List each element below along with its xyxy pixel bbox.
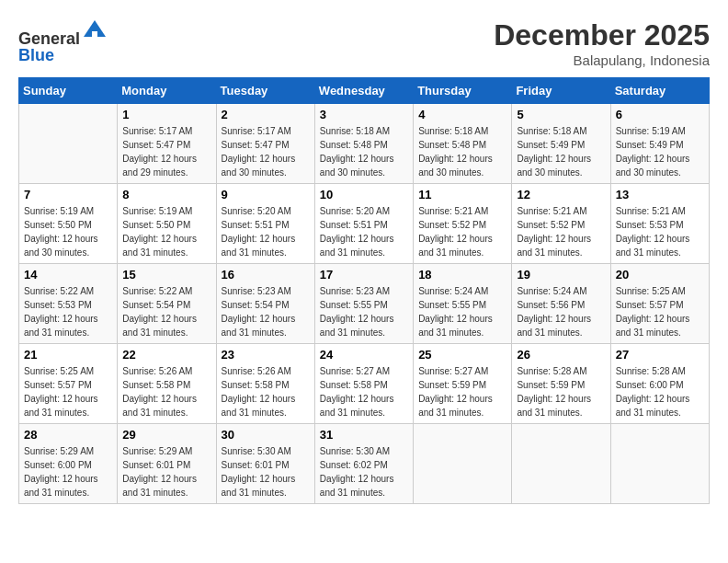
day-info: Sunrise: 5:18 AMSunset: 5:49 PMDaylight:… bbox=[517, 124, 605, 179]
day-info: Sunrise: 5:30 AMSunset: 6:02 PMDaylight:… bbox=[320, 444, 408, 500]
svg-rect-1 bbox=[92, 31, 97, 39]
day-info: Sunrise: 5:27 AMSunset: 5:59 PMDaylight:… bbox=[418, 364, 506, 419]
col-header-monday: Monday bbox=[118, 78, 216, 104]
day-info: Sunrise: 5:26 AMSunset: 5:58 PMDaylight:… bbox=[122, 364, 210, 419]
day-info: Sunrise: 5:30 AMSunset: 6:01 PMDaylight:… bbox=[222, 444, 310, 500]
calendar-week-5: 28Sunrise: 5:29 AMSunset: 6:00 PMDayligh… bbox=[19, 424, 710, 504]
calendar-cell: 27Sunrise: 5:28 AMSunset: 6:00 PMDayligh… bbox=[610, 344, 709, 424]
day-number: 28 bbox=[24, 428, 112, 442]
calendar-cell: 9Sunrise: 5:20 AMSunset: 5:51 PMDaylight… bbox=[216, 184, 314, 264]
month-title: December 2025 bbox=[494, 18, 710, 52]
day-number: 29 bbox=[122, 428, 210, 442]
calendar-cell: 20Sunrise: 5:25 AMSunset: 5:57 PMDayligh… bbox=[610, 264, 709, 344]
day-info: Sunrise: 5:28 AMSunset: 5:59 PMDaylight:… bbox=[517, 364, 605, 419]
day-number: 7 bbox=[24, 188, 112, 201]
day-info: Sunrise: 5:21 AMSunset: 5:52 PMDaylight:… bbox=[418, 204, 506, 259]
calendar-cell: 8Sunrise: 5:19 AMSunset: 5:50 PMDaylight… bbox=[118, 184, 216, 264]
day-info: Sunrise: 5:24 AMSunset: 5:56 PMDaylight:… bbox=[517, 284, 605, 339]
day-info: Sunrise: 5:22 AMSunset: 5:53 PMDaylight:… bbox=[24, 284, 112, 339]
day-number: 1 bbox=[122, 108, 210, 121]
day-number: 12 bbox=[517, 188, 605, 201]
calendar-cell: 17Sunrise: 5:23 AMSunset: 5:55 PMDayligh… bbox=[314, 264, 413, 344]
calendar-cell: 10Sunrise: 5:20 AMSunset: 5:51 PMDayligh… bbox=[314, 184, 413, 264]
calendar-cell: 22Sunrise: 5:26 AMSunset: 5:58 PMDayligh… bbox=[118, 344, 216, 424]
calendar-cell bbox=[414, 424, 512, 504]
day-info: Sunrise: 5:29 AMSunset: 6:00 PMDaylight:… bbox=[24, 444, 112, 500]
day-info: Sunrise: 5:23 AMSunset: 5:54 PMDaylight:… bbox=[222, 284, 310, 339]
col-header-saturday: Saturday bbox=[610, 78, 709, 104]
calendar-week-4: 21Sunrise: 5:25 AMSunset: 5:57 PMDayligh… bbox=[19, 344, 710, 424]
calendar-cell: 12Sunrise: 5:21 AMSunset: 5:52 PMDayligh… bbox=[512, 184, 610, 264]
calendar-cell: 7Sunrise: 5:19 AMSunset: 5:50 PMDaylight… bbox=[19, 184, 118, 264]
day-number: 6 bbox=[616, 108, 704, 121]
calendar-cell bbox=[19, 104, 118, 184]
calendar-table: SundayMondayTuesdayWednesdayThursdayFrid… bbox=[18, 77, 710, 504]
calendar-cell: 24Sunrise: 5:27 AMSunset: 5:58 PMDayligh… bbox=[314, 344, 413, 424]
day-number: 24 bbox=[320, 348, 408, 362]
day-number: 11 bbox=[418, 188, 506, 201]
col-header-sunday: Sunday bbox=[19, 78, 118, 104]
calendar-cell: 30Sunrise: 5:30 AMSunset: 6:01 PMDayligh… bbox=[216, 424, 314, 504]
day-info: Sunrise: 5:21 AMSunset: 5:52 PMDaylight:… bbox=[517, 204, 605, 259]
day-info: Sunrise: 5:22 AMSunset: 5:54 PMDaylight:… bbox=[122, 284, 210, 339]
day-info: Sunrise: 5:28 AMSunset: 6:00 PMDaylight:… bbox=[616, 364, 704, 419]
day-number: 2 bbox=[222, 108, 310, 121]
col-header-wednesday: Wednesday bbox=[314, 78, 413, 104]
logo-icon bbox=[82, 18, 108, 44]
day-info: Sunrise: 5:18 AMSunset: 5:48 PMDaylight:… bbox=[418, 124, 506, 179]
calendar-cell: 4Sunrise: 5:18 AMSunset: 5:48 PMDaylight… bbox=[414, 104, 512, 184]
day-info: Sunrise: 5:17 AMSunset: 5:47 PMDaylight:… bbox=[222, 124, 310, 179]
calendar-cell: 15Sunrise: 5:22 AMSunset: 5:54 PMDayligh… bbox=[118, 264, 216, 344]
calendar-cell bbox=[512, 424, 610, 504]
day-number: 20 bbox=[616, 268, 704, 282]
day-number: 5 bbox=[517, 108, 605, 121]
calendar-cell: 5Sunrise: 5:18 AMSunset: 5:49 PMDaylight… bbox=[512, 104, 610, 184]
day-number: 23 bbox=[222, 348, 310, 362]
day-number: 26 bbox=[517, 348, 605, 362]
day-number: 4 bbox=[418, 108, 506, 121]
calendar-cell: 16Sunrise: 5:23 AMSunset: 5:54 PMDayligh… bbox=[216, 264, 314, 344]
col-header-friday: Friday bbox=[512, 78, 610, 104]
calendar-week-3: 14Sunrise: 5:22 AMSunset: 5:53 PMDayligh… bbox=[19, 264, 710, 344]
day-number: 15 bbox=[122, 268, 210, 282]
calendar-cell: 23Sunrise: 5:26 AMSunset: 5:58 PMDayligh… bbox=[216, 344, 314, 424]
calendar-cell: 25Sunrise: 5:27 AMSunset: 5:59 PMDayligh… bbox=[414, 344, 512, 424]
calendar-cell: 11Sunrise: 5:21 AMSunset: 5:52 PMDayligh… bbox=[414, 184, 512, 264]
day-number: 9 bbox=[222, 188, 310, 201]
calendar-cell: 13Sunrise: 5:21 AMSunset: 5:53 PMDayligh… bbox=[610, 184, 709, 264]
logo-blue: Blue bbox=[18, 46, 54, 64]
day-number: 8 bbox=[122, 188, 210, 201]
calendar-cell: 14Sunrise: 5:22 AMSunset: 5:53 PMDayligh… bbox=[19, 264, 118, 344]
day-info: Sunrise: 5:19 AMSunset: 5:49 PMDaylight:… bbox=[616, 124, 704, 179]
calendar-cell: 19Sunrise: 5:24 AMSunset: 5:56 PMDayligh… bbox=[512, 264, 610, 344]
day-number: 21 bbox=[24, 348, 112, 362]
day-number: 19 bbox=[517, 268, 605, 282]
day-number: 10 bbox=[320, 188, 408, 201]
day-info: Sunrise: 5:23 AMSunset: 5:55 PMDaylight:… bbox=[320, 284, 408, 339]
day-info: Sunrise: 5:25 AMSunset: 5:57 PMDaylight:… bbox=[616, 284, 704, 339]
calendar-cell: 6Sunrise: 5:19 AMSunset: 5:49 PMDaylight… bbox=[610, 104, 709, 184]
location: Balapulang, Indonesia bbox=[494, 52, 710, 68]
day-number: 18 bbox=[418, 268, 506, 282]
day-number: 17 bbox=[320, 268, 408, 282]
day-number: 31 bbox=[320, 428, 408, 442]
col-header-tuesday: Tuesday bbox=[216, 78, 314, 104]
calendar-cell bbox=[610, 424, 709, 504]
day-info: Sunrise: 5:18 AMSunset: 5:48 PMDaylight:… bbox=[320, 124, 408, 179]
day-info: Sunrise: 5:29 AMSunset: 6:01 PMDaylight:… bbox=[122, 444, 210, 500]
calendar-week-2: 7Sunrise: 5:19 AMSunset: 5:50 PMDaylight… bbox=[19, 184, 710, 264]
title-block: December 2025 Balapulang, Indonesia bbox=[494, 18, 710, 68]
calendar-cell: 1Sunrise: 5:17 AMSunset: 5:47 PMDaylight… bbox=[118, 104, 216, 184]
day-number: 22 bbox=[122, 348, 210, 362]
day-number: 30 bbox=[222, 428, 310, 442]
day-number: 14 bbox=[24, 268, 112, 282]
calendar-week-1: 1Sunrise: 5:17 AMSunset: 5:47 PMDaylight… bbox=[19, 104, 710, 184]
calendar-cell: 21Sunrise: 5:25 AMSunset: 5:57 PMDayligh… bbox=[19, 344, 118, 424]
calendar-cell: 26Sunrise: 5:28 AMSunset: 5:59 PMDayligh… bbox=[512, 344, 610, 424]
calendar-cell: 31Sunrise: 5:30 AMSunset: 6:02 PMDayligh… bbox=[314, 424, 413, 504]
logo: General Blue bbox=[18, 18, 108, 65]
page-header: General Blue December 2025 Balapulang, I… bbox=[18, 18, 710, 68]
day-info: Sunrise: 5:27 AMSunset: 5:58 PMDaylight:… bbox=[320, 364, 408, 419]
day-number: 16 bbox=[222, 268, 310, 282]
calendar-cell: 28Sunrise: 5:29 AMSunset: 6:00 PMDayligh… bbox=[19, 424, 118, 504]
